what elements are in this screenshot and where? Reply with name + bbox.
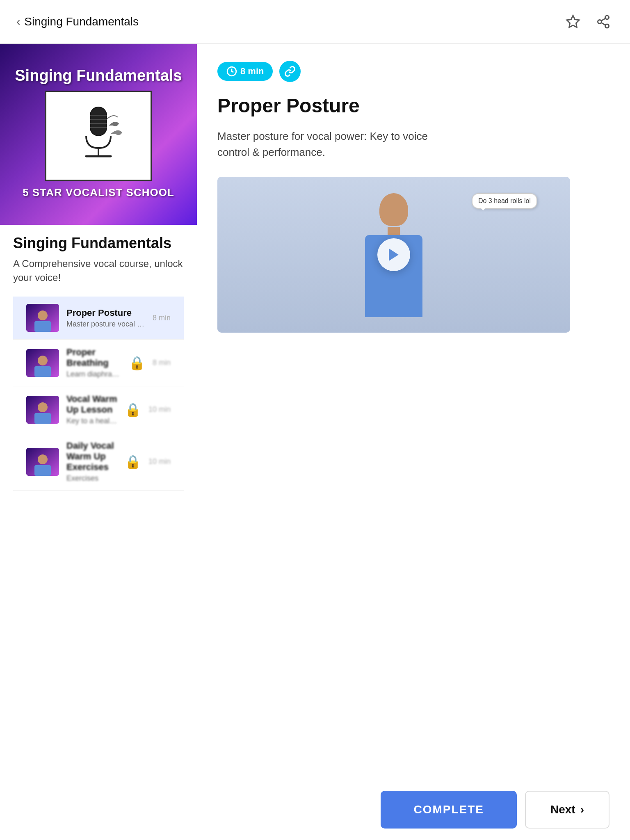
lesson-info: Daily Vocal Warm Up Exercises Exercises (66, 441, 117, 483)
main-content: Singing Fundamentals (0, 44, 630, 507)
lesson-item[interactable]: Proper Posture Master posture vocal powe… (13, 297, 184, 340)
left-panel: Singing Fundamentals (0, 44, 197, 507)
right-panel: 8 min Proper Posture Master posture for … (197, 44, 630, 507)
header-icons (563, 11, 614, 32)
lesson-item[interactable]: Proper Breathing Learn diaphragmatic bre… (13, 340, 184, 386)
lesson-info: Proper Posture Master posture vocal powe… (66, 308, 145, 329)
lesson-duration: 10 min (148, 405, 171, 414)
svg-point-23 (38, 454, 48, 464)
back-button[interactable]: ‹ Singing Fundamentals (16, 15, 139, 28)
svg-point-14 (38, 310, 48, 320)
lesson-thumbnail (26, 396, 59, 424)
next-chevron-icon: › (580, 803, 584, 816)
lesson-list: Proper Posture Master posture vocal powe… (13, 297, 184, 491)
lesson-body: Master posture for vocal power: Key to v… (217, 128, 609, 160)
course-description: A Comprehensive vocal course, unlock you… (13, 257, 184, 284)
lesson-thumbnail (26, 304, 59, 332)
cover-subtitle: 5 STAR VOCALIST SCHOOL (14, 183, 183, 202)
lesson-title: Proper Posture (217, 94, 609, 117)
svg-marker-26 (389, 249, 398, 261)
svg-rect-24 (34, 465, 51, 476)
svg-rect-18 (34, 366, 51, 377)
lesson-title: Proper Posture (66, 308, 145, 318)
lesson-duration: 8 min (153, 314, 171, 322)
lesson-duration: 10 min (148, 457, 171, 466)
left-panel-info: Singing Fundamentals A Comprehensive voc… (0, 225, 197, 491)
lesson-info: Vocal Warm Up Lesson Key to a healthy vo… (66, 394, 117, 425)
share-button[interactable] (593, 11, 614, 32)
lesson-item[interactable]: Daily Vocal Warm Up Exercises Exercises … (13, 433, 184, 491)
svg-point-1 (605, 16, 609, 19)
lesson-subtitle: Exercises (66, 474, 117, 483)
course-name: Singing Fundamentals (13, 235, 184, 252)
cover-image (45, 91, 152, 181)
app-header: ‹ Singing Fundamentals (0, 0, 630, 44)
svg-rect-15 (34, 321, 51, 332)
svg-marker-0 (567, 16, 579, 27)
play-button[interactable] (377, 238, 410, 271)
back-arrow-icon: ‹ (16, 15, 20, 28)
next-label: Next (550, 803, 575, 816)
lesson-subtitle: Key to a healthy voice and mastering... (66, 417, 117, 425)
lesson-meta: 8 min (217, 61, 609, 82)
lesson-duration: 8 min (153, 358, 171, 367)
lesson-title: Vocal Warm Up Lesson (66, 394, 117, 415)
lesson-info: Proper Breathing Learn diaphragmatic bre… (66, 347, 121, 379)
bottom-action-bar: COMPLETE Next › (0, 779, 630, 840)
lesson-title: Proper Breathing (66, 347, 121, 368)
person-head (379, 193, 408, 226)
lesson-subtitle: Master posture vocal power: Key to voice… (66, 320, 145, 329)
lesson-thumbnail (26, 448, 59, 476)
lock-icon: 🔒 (125, 454, 141, 470)
next-button[interactable]: Next › (525, 791, 609, 829)
course-cover: Singing Fundamentals (0, 44, 197, 225)
svg-rect-6 (90, 107, 107, 136)
svg-line-4 (601, 23, 605, 25)
lock-icon: 🔒 (129, 355, 145, 371)
svg-point-3 (605, 24, 609, 28)
lesson-subtitle: Learn diaphragmatic breathing for vocal.… (66, 370, 121, 379)
complete-button[interactable]: COMPLETE (381, 791, 517, 829)
svg-rect-21 (34, 413, 51, 424)
header-title: Singing Fundamentals (24, 15, 139, 28)
lesson-thumbnail (26, 349, 59, 377)
header-left: ‹ Singing Fundamentals (16, 15, 139, 28)
video-background: Do 3 head rolls lol (217, 177, 570, 333)
bookmark-button[interactable] (563, 11, 583, 32)
lesson-item[interactable]: Vocal Warm Up Lesson Key to a healthy vo… (13, 386, 184, 433)
cover-title: Singing Fundamentals (7, 67, 190, 84)
svg-line-5 (601, 18, 605, 21)
svg-point-17 (38, 356, 48, 365)
duration-badge: 8 min (217, 62, 273, 81)
lesson-link-button[interactable] (279, 61, 301, 82)
svg-point-2 (598, 20, 602, 24)
svg-point-20 (38, 402, 48, 412)
duration-value: 8 min (240, 66, 264, 77)
speech-bubble: Do 3 head rolls lol (472, 193, 537, 209)
lock-icon: 🔒 (125, 402, 141, 418)
person-neck (388, 227, 400, 235)
video-container[interactable]: Do 3 head rolls lol (217, 177, 570, 333)
lesson-title: Daily Vocal Warm Up Exercises (66, 441, 117, 472)
